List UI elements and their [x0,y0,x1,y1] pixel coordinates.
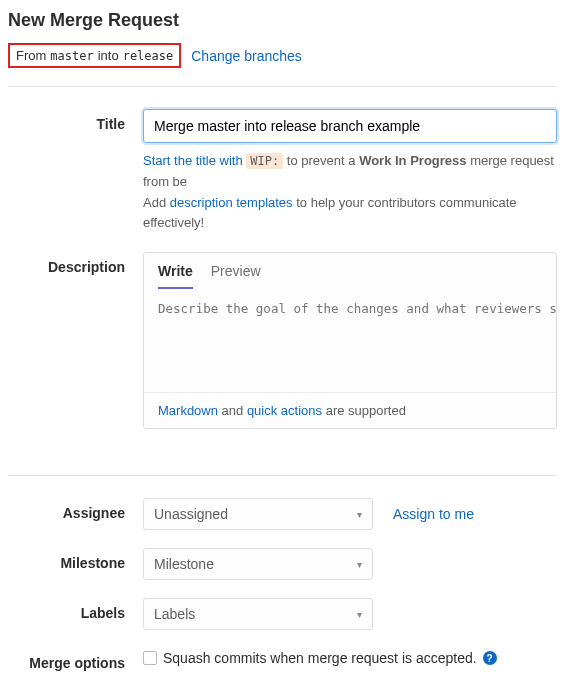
branch-row: From master into release Change branches [8,43,557,68]
tab-preview[interactable]: Preview [211,263,261,289]
description-label: Description [8,252,143,275]
milestone-select[interactable]: Milestone ▾ [143,548,373,580]
title-input[interactable] [143,109,557,143]
page-title: New Merge Request [8,10,557,31]
labels-select[interactable]: Labels ▾ [143,598,373,630]
title-row: Title Start the title with WIP: to preve… [8,109,557,234]
chevron-down-icon: ▾ [357,509,362,520]
labels-label: Labels [8,598,143,621]
quick-actions-link[interactable]: quick actions [247,403,322,418]
wip-code: WIP: [246,153,283,169]
squash-checkbox[interactable] [143,651,157,665]
merge-options-row: Merge options Squash commits when merge … [8,648,557,671]
assignee-row: Assignee Unassigned ▾ Assign to me [8,498,557,530]
title-label: Title [8,109,143,132]
squash-label: Squash commits when merge request is acc… [163,650,477,666]
assignee-label: Assignee [8,498,143,521]
chevron-down-icon: ▾ [357,559,362,570]
divider [8,475,557,476]
source-branch: master [50,49,93,63]
labels-row: Labels Labels ▾ [8,598,557,630]
description-textarea[interactable] [144,289,556,389]
desc-templates-link[interactable]: description templates [170,195,293,210]
description-row: Description Write Preview Markdown and q… [8,252,557,429]
assignee-select[interactable]: Unassigned ▾ [143,498,373,530]
milestone-label: Milestone [8,548,143,571]
milestone-value: Milestone [154,556,214,572]
help-icon[interactable]: ? [483,651,497,665]
target-branch: release [123,49,174,63]
branch-info-box: From master into release [8,43,181,68]
assignee-value: Unassigned [154,506,228,522]
assign-to-me-link[interactable]: Assign to me [393,506,474,522]
divider [8,86,557,87]
into-word: into [98,48,119,63]
chevron-down-icon: ▾ [357,609,362,620]
tab-write[interactable]: Write [158,263,193,289]
wip-help-link[interactable]: Start the title with [143,153,246,168]
from-word: From [16,48,46,63]
labels-value: Labels [154,606,195,622]
markdown-link[interactable]: Markdown [158,403,218,418]
milestone-row: Milestone Milestone ▾ [8,548,557,580]
description-editor: Write Preview Markdown and quick actions… [143,252,557,429]
title-help-text: Start the title with WIP: to prevent a W… [143,151,557,234]
merge-options-label: Merge options [8,648,143,671]
description-footer: Markdown and quick actions are supported [144,392,556,428]
change-branches-link[interactable]: Change branches [191,48,302,64]
